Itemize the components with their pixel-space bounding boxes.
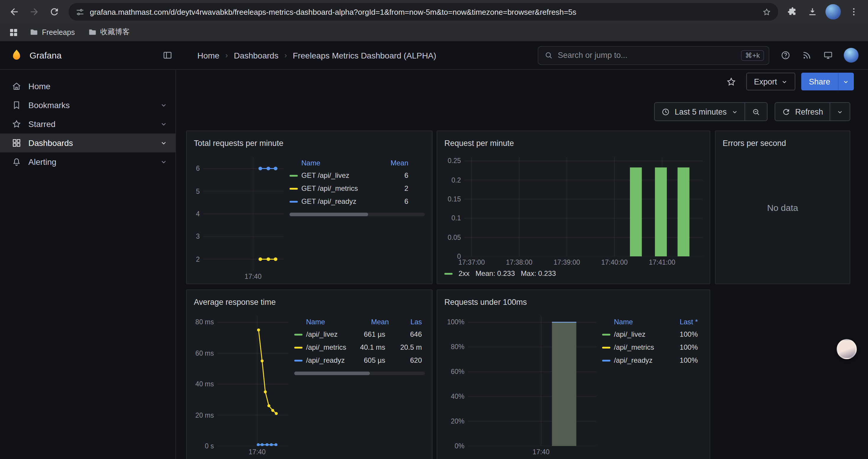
y-axis-tick: 3 — [196, 233, 200, 240]
apps-grid-icon[interactable] — [6, 25, 21, 40]
grafana-logo[interactable] — [9, 48, 24, 62]
y-axis-tick: 0.05 — [447, 234, 461, 241]
sidebar-item-bookmarks[interactable]: Bookmarks — [0, 96, 176, 114]
legend-header-last[interactable]: Last * — [668, 318, 698, 326]
help-icon[interactable] — [776, 46, 794, 64]
legend-row[interactable]: GET /api/_readyz 6 — [289, 195, 425, 208]
site-controls-icon[interactable] — [75, 7, 85, 16]
topbar-icons — [776, 46, 859, 64]
time-range-picker[interactable]: Last 5 minutes — [655, 103, 745, 121]
download-icon[interactable] — [803, 2, 822, 21]
folder-icon — [88, 28, 97, 37]
sidebar-item-home[interactable]: Home — [0, 77, 176, 96]
legend-header-mean[interactable]: Mean — [385, 159, 408, 167]
refresh-interval-dropdown[interactable] — [830, 103, 850, 121]
legend-row[interactable]: /api/_metrics 100% — [602, 341, 703, 354]
floating-assistant-avatar[interactable] — [837, 339, 857, 359]
chevron-down-icon — [160, 121, 167, 128]
series-color-dash — [602, 347, 610, 348]
sidebar-item-label: Alerting — [28, 157, 56, 167]
x-axis-tick: 17:38:00 — [506, 259, 533, 266]
search-input[interactable]: Search or jump to... ⌘+k — [538, 46, 769, 65]
legend-mean: Mean: 0.233 — [475, 269, 515, 277]
bookmark-folder-blogs[interactable]: 收藏博客 — [83, 25, 134, 39]
export-button[interactable]: Export — [746, 73, 795, 90]
sidebar-item-alerting[interactable]: Alerting — [0, 153, 176, 171]
y-axis-tick: 40 ms — [195, 381, 214, 388]
y-axis-tick: 0.1 — [452, 215, 461, 222]
legend-row[interactable]: /api/_readyz 100% — [602, 354, 703, 367]
panel-title[interactable]: Total requests per minute — [194, 136, 425, 150]
browser-menu-icon[interactable] — [844, 2, 863, 21]
legend-row[interactable]: /api/_livez 100% — [602, 328, 703, 341]
x-axis-tick: 17:40 — [245, 273, 262, 280]
user-avatar[interactable] — [844, 48, 859, 63]
chart-canvas[interactable] — [464, 157, 703, 256]
legend-row[interactable]: GET /api/_livez 6 — [289, 169, 425, 182]
bookmark-folder-freeleaps[interactable]: Freeleaps — [25, 26, 80, 38]
series-color-dash — [289, 201, 298, 202]
series-name: 2xx — [459, 269, 469, 277]
bookmark-star-icon[interactable] — [762, 7, 771, 16]
forward-button[interactable] — [25, 2, 44, 21]
panel-title[interactable]: Average response time — [194, 295, 425, 309]
x-axis-tick: 17:40:00 — [601, 259, 628, 266]
share-button[interactable]: Share — [801, 73, 838, 90]
star-icon — [12, 119, 21, 129]
time-series-chart[interactable]: 80 ms60 ms40 ms20 ms0 s 17:40 — [194, 316, 288, 455]
extensions-icon[interactable] — [783, 2, 802, 21]
url-bar[interactable]: grafana.mathmast.com/d/deytv4rwavabkb/fr… — [68, 3, 778, 21]
sidebar-item-dashboards[interactable]: Dashboards — [0, 133, 176, 153]
display-icon[interactable] — [819, 46, 837, 64]
legend-header-mean[interactable]: Mean — [353, 318, 389, 326]
legend-scrollbar[interactable] — [294, 371, 425, 375]
zoom-out-button[interactable] — [744, 103, 767, 121]
share-dropdown-button[interactable] — [838, 73, 854, 90]
browser-profile-avatar[interactable] — [826, 4, 841, 20]
legend-scrollbar[interactable] — [289, 213, 425, 216]
news-rss-icon[interactable] — [798, 46, 815, 64]
browser-toolbar: grafana.mathmast.com/d/deytv4rwavabkb/fr… — [0, 0, 868, 24]
chart-canvas[interactable] — [468, 316, 596, 446]
y-axis-tick: 0% — [455, 442, 464, 450]
panel-title[interactable]: Request per minute — [444, 136, 703, 150]
bookmark-icon — [12, 100, 21, 110]
bar-chart[interactable]: 0.250.20.150.10.050 17:37:0017:38:0017:3… — [444, 157, 703, 266]
series-color-dash — [602, 359, 610, 361]
back-button[interactable] — [5, 2, 24, 21]
favorite-star-icon[interactable] — [723, 73, 740, 90]
dock-menu-icon[interactable] — [158, 46, 176, 64]
chart-canvas[interactable] — [217, 316, 288, 446]
chevron-down-icon — [731, 108, 738, 115]
legend-row[interactable]: /api/_livez 661 µs 646 — [294, 328, 425, 341]
legend-row[interactable]: /api/_metrics 40.1 ms 20.5 m — [294, 341, 425, 354]
dashboards-grid-icon — [12, 138, 21, 148]
time-series-chart[interactable]: 65432 17:40 — [194, 157, 284, 280]
sidebar-item-starred[interactable]: Starred — [0, 114, 176, 133]
chevron-down-icon — [781, 78, 788, 85]
scrollbar-thumb[interactable] — [289, 213, 368, 216]
y-axis-tick: 0.25 — [447, 157, 461, 165]
bar-chart[interactable]: 100%80%60%40%20%0% 17:40 — [444, 316, 596, 455]
chevron-down-icon — [160, 158, 167, 165]
refresh-group: Refresh — [774, 102, 850, 121]
scrollbar-thumb[interactable] — [294, 371, 370, 375]
legend-header-name[interactable]: Name — [306, 318, 353, 326]
chart-canvas[interactable] — [203, 157, 284, 270]
panel-title[interactable]: Requests under 100ms — [444, 295, 703, 309]
legend-header-name[interactable]: Name — [301, 159, 385, 167]
legend-row[interactable]: /api/_readyz 605 µs 620 — [294, 354, 425, 367]
y-axis-tick: 6 — [196, 165, 200, 172]
search-shortcut: ⌘+k — [741, 50, 764, 61]
breadcrumb-dashboards[interactable]: Dashboards — [234, 51, 278, 60]
y-axis-tick: 40% — [451, 393, 464, 400]
breadcrumb-home[interactable]: Home — [197, 51, 219, 60]
legend[interactable]: 2xx Mean: 0.233 Max: 0.233 — [444, 267, 703, 280]
legend-row[interactable]: GET /api/_metrics 2 — [289, 182, 425, 195]
legend-header-name[interactable]: Name — [614, 318, 668, 326]
legend-header-last[interactable]: Las — [389, 318, 422, 326]
refresh-button[interactable]: Refresh — [775, 103, 830, 121]
time-controls-group: Last 5 minutes — [654, 102, 768, 121]
panel-total-requests-per-minute: Total requests per minute 65432 17:40 Na… — [186, 131, 433, 284]
reload-button[interactable] — [45, 2, 64, 21]
